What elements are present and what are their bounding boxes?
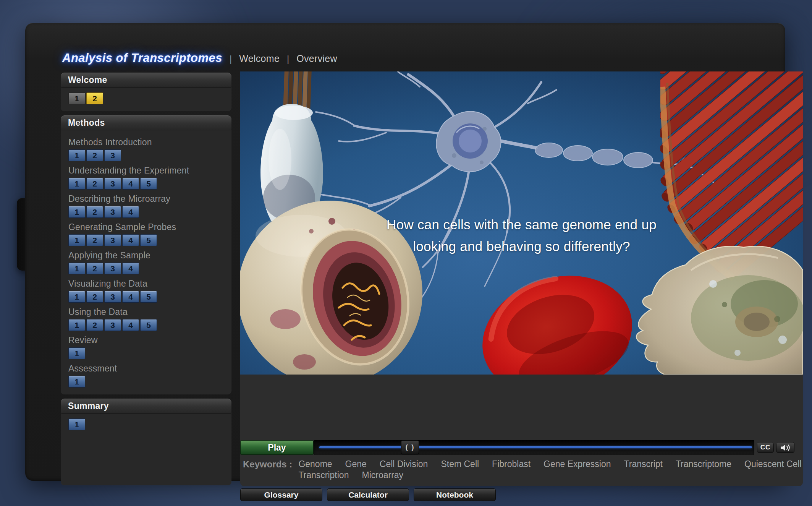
header-separator: | xyxy=(287,54,289,64)
sidebar-section-summary: Summary1 xyxy=(61,399,231,485)
page-button[interactable]: 3 xyxy=(104,291,121,303)
page-button[interactable]: 4 xyxy=(122,234,139,246)
keyword-link[interactable]: Transcriptome xyxy=(676,459,731,470)
page-button[interactable]: 4 xyxy=(122,263,139,274)
breadcrumb-section: Welcome xyxy=(239,53,280,64)
keywords-row: TranscriptionMicroarray xyxy=(298,470,801,481)
video-stage: How can cells with the same genome end u… xyxy=(240,71,803,375)
lesson-title: Understanding the Experiment xyxy=(68,166,228,175)
page-button-row: 12345 xyxy=(68,319,228,331)
closed-captions-button[interactable]: CC xyxy=(757,442,774,453)
question-line-1: How can cells with the same genome end u… xyxy=(240,214,803,235)
page-button[interactable]: 2 xyxy=(86,149,103,161)
page-button[interactable]: 1 xyxy=(68,149,85,161)
page-button[interactable]: 2 xyxy=(86,291,103,303)
page-button[interactable]: 3 xyxy=(104,178,121,190)
page-button[interactable]: 4 xyxy=(122,206,139,218)
page-button[interactable]: 1 xyxy=(68,319,85,331)
sidebar-section-header-welcome: Welcome xyxy=(61,73,231,87)
page-button[interactable]: 3 xyxy=(104,149,121,161)
lesson-title: Review xyxy=(68,336,228,345)
breadcrumb-page: Overview xyxy=(296,53,337,64)
keyword-link[interactable]: Quiescent Cell xyxy=(744,459,802,470)
play-button[interactable]: Play xyxy=(240,440,314,455)
page-button-row: 1 xyxy=(68,418,228,430)
scrubber-grip-icon: ( ) xyxy=(406,443,415,451)
question-line-2: looking and behaving so differently? xyxy=(240,235,803,257)
page-button-row: 12345 xyxy=(68,178,228,190)
page-button[interactable]: 5 xyxy=(140,291,157,303)
page-button-row: 123 xyxy=(68,149,228,161)
sidebar: Welcome12MethodsMethods Introduction123U… xyxy=(61,73,231,485)
page-button[interactable]: 5 xyxy=(140,234,157,246)
page-button[interactable]: 1 xyxy=(68,418,85,430)
keyword-link[interactable]: Gene Expression xyxy=(543,459,611,470)
keyword-link[interactable]: Fibroblast xyxy=(492,459,531,470)
lesson-title: Using the Data xyxy=(68,307,228,316)
sidebar-section-header-methods: Methods xyxy=(61,115,231,130)
page-button[interactable]: 3 xyxy=(104,206,121,218)
app-title: Analysis of Transcriptomes xyxy=(62,51,222,65)
page-button[interactable]: 3 xyxy=(104,234,121,246)
page-button-row: 12345 xyxy=(68,234,228,246)
page-button[interactable]: 1 xyxy=(68,234,85,246)
lesson-title: Methods Introduction xyxy=(68,138,228,147)
page-button[interactable]: 4 xyxy=(122,178,139,190)
page-button[interactable]: 4 xyxy=(122,291,139,303)
page-button[interactable]: 2 xyxy=(86,92,103,104)
page-button[interactable]: 4 xyxy=(122,319,139,331)
page-button[interactable]: 1 xyxy=(68,178,85,190)
app-window: Analysis of Transcriptomes | Welcome | O… xyxy=(25,23,785,481)
lesson-title: Applying the Sample xyxy=(68,251,228,260)
tab-notebook[interactable]: Notebook xyxy=(414,488,496,501)
keyword-link[interactable]: Cell Division xyxy=(380,459,428,470)
page-button[interactable]: 1 xyxy=(68,92,85,104)
tab-glossary[interactable]: Glossary xyxy=(240,488,322,501)
lesson-title: Generating Sample Probes xyxy=(68,222,228,232)
keyword-link[interactable]: Transcript xyxy=(624,459,663,470)
page-button[interactable]: 1 xyxy=(68,347,85,359)
lesson-title: Describing the Microarray xyxy=(68,194,228,203)
lesson-title: Assessment xyxy=(68,364,228,373)
video-question-text: How can cells with the same genome end u… xyxy=(240,214,803,257)
volume-button[interactable] xyxy=(776,442,794,453)
sidebar-section-body-summary: 1 xyxy=(61,413,231,437)
page-button[interactable]: 5 xyxy=(140,319,157,331)
page-button-row: 1234 xyxy=(68,263,228,274)
page-button[interactable]: 3 xyxy=(104,319,121,331)
keyword-link[interactable]: Genome xyxy=(298,459,332,470)
sidebar-section-body-welcome: 12 xyxy=(61,87,231,111)
page-button-row: 1 xyxy=(68,376,228,388)
sidebar-section-header-summary: Summary xyxy=(61,399,231,413)
app-header: Analysis of Transcriptomes | Welcome | O… xyxy=(62,51,337,65)
speaker-icon xyxy=(780,444,791,452)
keyword-link[interactable]: Gene xyxy=(345,459,367,470)
tab-calculator[interactable]: Calculator xyxy=(327,488,409,501)
keywords-list: GenomeGeneCell DivisionStem CellFibrobla… xyxy=(298,459,801,481)
keyword-link[interactable]: Microarray xyxy=(362,470,403,481)
page-button[interactable]: 2 xyxy=(86,206,103,218)
page-button[interactable]: 2 xyxy=(86,234,103,246)
page-button[interactable]: 1 xyxy=(68,263,85,274)
page-button-row: 12 xyxy=(68,92,228,104)
page-button[interactable]: 1 xyxy=(68,376,85,388)
keyword-link[interactable]: Transcription xyxy=(298,470,349,481)
player-controls: Play ( ) CC xyxy=(240,440,803,455)
page-button[interactable]: 3 xyxy=(104,263,121,274)
page-button[interactable]: 1 xyxy=(68,206,85,218)
page-button-row: 1 xyxy=(68,347,228,359)
page-button-row: 1234 xyxy=(68,206,228,218)
page-button[interactable]: 2 xyxy=(86,178,103,190)
page-button[interactable]: 5 xyxy=(140,178,157,190)
page-button[interactable]: 2 xyxy=(86,263,103,274)
keywords-row: GenomeGeneCell DivisionStem CellFibrobla… xyxy=(298,459,801,470)
keyword-link[interactable]: Stem Cell xyxy=(441,459,479,470)
page-button[interactable]: 2 xyxy=(86,319,103,331)
progress-line xyxy=(319,446,752,448)
page-button[interactable]: 1 xyxy=(68,291,85,303)
sidebar-section-welcome: Welcome12 xyxy=(61,73,231,111)
lesson-title: Visualizing the Data xyxy=(68,279,228,288)
sidebar-section-body-methods: Methods Introduction123Understanding the… xyxy=(61,130,231,394)
keywords-label: Keywords : xyxy=(243,459,292,470)
seek-scrubber[interactable]: ( ) xyxy=(401,440,419,454)
